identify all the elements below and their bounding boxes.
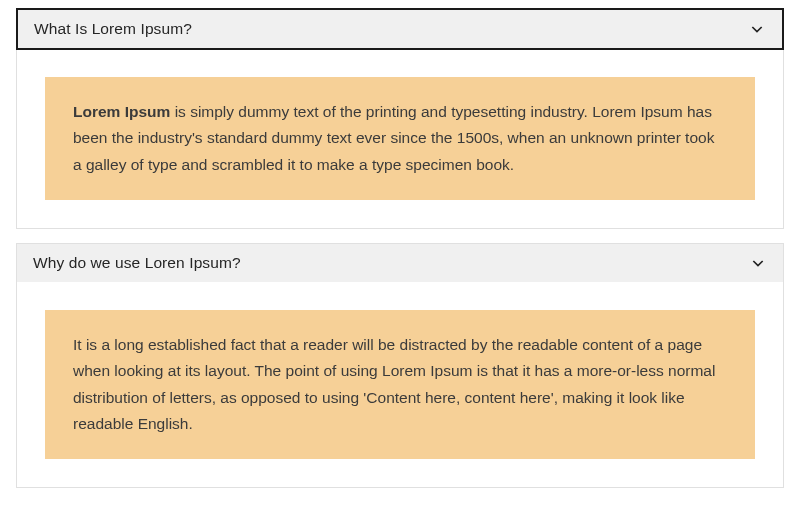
accordion-title: What Is Lorem Ipsum? [34,20,192,38]
accordion-body-wrap: It is a long established fact that a rea… [17,282,783,487]
body-rest: It is a long established fact that a rea… [73,336,715,432]
accordion-container: What Is Lorem Ipsum? Lorem Ipsum is simp… [0,0,800,509]
chevron-down-icon [748,20,766,38]
accordion-body: Lorem Ipsum is simply dummy text of the … [45,77,755,200]
accordion-header[interactable]: What Is Lorem Ipsum? [16,8,784,50]
accordion-body-text: It is a long established fact that a rea… [73,332,727,437]
body-rest: is simply dummy text of the printing and… [73,103,714,173]
chevron-down-icon [749,254,767,272]
accordion-header[interactable]: Why do we use Loren Ipsum? [17,244,783,282]
accordion-item: What Is Lorem Ipsum? Lorem Ipsum is simp… [16,8,784,229]
accordion-body: It is a long established fact that a rea… [45,310,755,459]
accordion-body-wrap: Lorem Ipsum is simply dummy text of the … [17,49,783,228]
lead-bold: Lorem Ipsum [73,103,170,120]
accordion-item: Why do we use Loren Ipsum? It is a long … [16,243,784,488]
accordion-body-text: Lorem Ipsum is simply dummy text of the … [73,99,727,178]
accordion-title: Why do we use Loren Ipsum? [33,254,241,272]
